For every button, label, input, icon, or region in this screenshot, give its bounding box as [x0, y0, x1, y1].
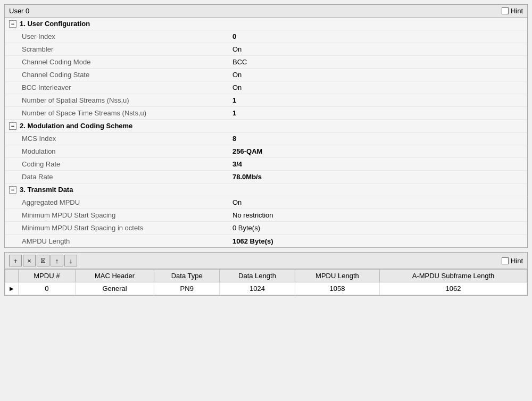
prop-modulation: Modulation 256-QAM [5, 145, 527, 158]
prop-value-channel-coding-mode: BCC [228, 56, 527, 68]
section-2-label: 2. Modulation and Coding Scheme [20, 122, 132, 130]
prop-name-space-time-streams: Number of Space Time Streams (Nsts,u) [5, 107, 228, 119]
table-row[interactable]: ▶ 0 General PN9 1024 1058 1062 [5, 282, 527, 295]
prop-name-data-rate: Data Rate [5, 171, 228, 182]
prop-spatial-streams: Number of Spatial Streams (Nss,u) 1 [5, 94, 527, 107]
prop-scrambler: Scrambler On [5, 43, 527, 56]
prop-data-rate: Data Rate 78.0Mb/s [5, 171, 527, 183]
prop-channel-coding-mode: Channel Coding Mode BCC [5, 56, 527, 69]
cell-mpdu-num: 0 [19, 282, 76, 295]
hint-area-top: Hint [502, 7, 523, 15]
prop-value-min-mpdu-spacing-octets: 0 Byte(s) [228, 222, 527, 233]
section-toggle-1[interactable]: − [9, 20, 16, 28]
prop-name-bcc-interleaver: BCC Interleaver [5, 82, 228, 93]
cell-ampdu-length: 1062 [380, 282, 527, 295]
prop-value-coding-rate: 3/4 [228, 158, 527, 170]
prop-value-modulation: 256-QAM [228, 146, 527, 157]
cell-mpdu-length: 1058 [295, 282, 379, 295]
top-panel-header: User 0 Hint [5, 5, 527, 18]
hint-label-top: Hint [511, 7, 523, 15]
prop-name-channel-coding-mode: Channel Coding Mode [5, 56, 228, 68]
prop-value-mcs-index: 8 [228, 133, 527, 144]
bottom-panel: + × ☒ ↑ ↓ Hint MPDU # MAC Header Data Ty… [4, 252, 528, 296]
property-grid: − 1. User Configuration User Index 0 Scr… [5, 18, 527, 247]
prop-name-coding-rate: Coding Rate [5, 158, 228, 170]
prop-name-channel-coding-state: Channel Coding State [5, 69, 228, 80]
hint-checkbox-bottom[interactable] [502, 257, 509, 264]
prop-value-data-rate: 78.0Mb/s [228, 171, 527, 182]
delete-button[interactable]: × [23, 255, 36, 266]
section-mod-coding: − 2. Modulation and Coding Scheme [5, 120, 527, 132]
prop-name-min-mpdu-spacing: Minimum MPDU Start Spacing [5, 210, 228, 221]
section-3-label: 3. Transmit Data [20, 186, 73, 194]
prop-value-aggregated-mpdu: On [228, 197, 527, 208]
top-panel: User 0 Hint − 1. User Configuration User… [4, 4, 528, 248]
prop-name-spatial-streams: Number of Spatial Streams (Nss,u) [5, 95, 228, 106]
prop-min-mpdu-spacing: Minimum MPDU Start Spacing No restrictio… [5, 209, 527, 222]
cell-data-length: 1024 [220, 282, 295, 295]
prop-coding-rate: Coding Rate 3/4 [5, 158, 527, 171]
section-toggle-2[interactable]: − [9, 122, 16, 130]
prop-value-channel-coding-state: On [228, 69, 527, 80]
prop-value-spatial-streams: 1 [228, 95, 527, 106]
prop-value-min-mpdu-spacing: No restriction [228, 210, 527, 221]
prop-mcs-index: MCS Index 8 [5, 132, 527, 145]
col-header-mac: MAC Header [75, 270, 154, 282]
toolbar-buttons: + × ☒ ↑ ↓ [9, 255, 77, 266]
prop-name-mcs-index: MCS Index [5, 133, 228, 144]
prop-value-space-time-streams: 1 [228, 107, 527, 119]
prop-value-ampdu-length: 1062 Byte(s) [228, 236, 527, 247]
prop-name-modulation: Modulation [5, 146, 228, 157]
prop-name-scrambler: Scrambler [5, 44, 228, 55]
prop-value-scrambler: On [228, 44, 527, 55]
row-indicator: ▶ [5, 282, 19, 295]
prop-name-min-mpdu-spacing-octets: Minimum MPDU Start Spacing in octets [5, 222, 228, 233]
copy-button[interactable]: ☒ [37, 255, 49, 266]
section-toggle-3[interactable]: − [9, 186, 16, 194]
section-transmit-data: − 3. Transmit Data [5, 183, 527, 196]
hint-label-bottom: Hint [511, 257, 523, 265]
section-1-label: 1. User Configuration [20, 20, 90, 28]
mpdu-table: MPDU # MAC Header Data Type Data Length … [5, 269, 527, 295]
hint-checkbox-top[interactable] [502, 7, 509, 14]
col-header-mpdulength: MPDU Length [295, 270, 379, 282]
col-header-mpdu: MPDU # [19, 270, 76, 282]
col-header-ampdu: A-MPDU Subframe Length [380, 270, 527, 282]
prop-channel-coding-state: Channel Coding State On [5, 69, 527, 81]
prop-value-user-index: 0 [228, 31, 527, 42]
prop-ampdu-length: AMPDU Length 1062 Byte(s) [5, 235, 527, 247]
cell-data-type: PN9 [154, 282, 220, 295]
col-header-datalength: Data Length [220, 270, 295, 282]
prop-name-ampdu-length: AMPDU Length [5, 236, 228, 247]
prop-space-time-streams: Number of Space Time Streams (Nsts,u) 1 [5, 107, 527, 120]
cell-mac-header: General [75, 282, 154, 295]
col-header-datatype: Data Type [154, 270, 220, 282]
prop-value-bcc-interleaver: On [228, 82, 527, 93]
toolbar: + × ☒ ↑ ↓ Hint [5, 253, 527, 269]
prop-user-index: User Index 0 [5, 30, 527, 43]
move-up-button[interactable]: ↑ [51, 255, 63, 266]
prop-min-mpdu-spacing-octets: Minimum MPDU Start Spacing in octets 0 B… [5, 222, 527, 235]
prop-bcc-interleaver: BCC Interleaver On [5, 81, 527, 94]
hint-area-bottom: Hint [502, 257, 523, 265]
top-panel-title: User 0 [9, 7, 29, 15]
col-header-indicator [5, 270, 19, 282]
prop-name-user-index: User Index [5, 31, 228, 42]
prop-aggregated-mpdu: Aggregated MPDU On [5, 196, 527, 209]
add-button[interactable]: + [9, 255, 22, 266]
move-down-button[interactable]: ↓ [64, 255, 77, 266]
prop-name-aggregated-mpdu: Aggregated MPDU [5, 197, 228, 208]
section-user-config: − 1. User Configuration [5, 18, 527, 30]
